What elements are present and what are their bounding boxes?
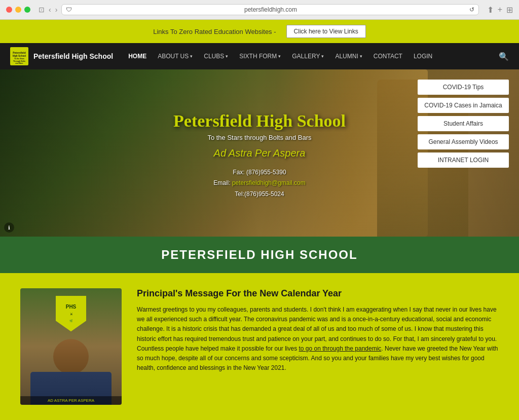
nav-sixth-form[interactable]: SIXTH FORM ▾ [234, 50, 286, 63]
hero-section: Petersfield High School To the Stars thr… [0, 69, 519, 237]
traffic-lights [6, 7, 30, 13]
clubs-chevron-icon: ▾ [226, 54, 228, 59]
school-shield: PHS ⚔ 🌿 [56, 296, 86, 331]
view-links-button[interactable]: Click here to View Links [286, 25, 366, 38]
hero-contact-info: Fax: (876)955-5390 Email: petersfieldhig… [10, 167, 509, 200]
school-name-nav: Petersfield High School [33, 52, 113, 60]
principal-content: Principal's Message For the New Calendar… [137, 288, 499, 373]
new-tab-button[interactable]: + [498, 5, 502, 15]
svg-text:PHS: PHS [66, 304, 77, 310]
navbar: Petersfield High School To the Stars Thr… [0, 43, 519, 69]
hero-fax: Fax: (876)955-5390 [10, 167, 509, 178]
grid-view-button[interactable]: ⊞ [506, 5, 513, 15]
nav-contact[interactable]: CONTACT [368, 50, 407, 63]
forward-button[interactable]: › [55, 6, 58, 14]
nav-login[interactable]: LOGIN [409, 50, 437, 63]
school-logo: Petersfield High School To the Stars Thr… [10, 47, 28, 65]
nav-clubs[interactable]: CLUBS ▾ [199, 50, 233, 63]
svg-text:Petersfield: Petersfield [13, 51, 26, 54]
close-button[interactable] [6, 7, 12, 13]
svg-text:⚔: ⚔ [70, 313, 72, 316]
principal-photo: PHS ⚔ 🌿 AD ASTRA PER ASPERA [20, 288, 122, 405]
alumni-chevron-icon: ▾ [360, 54, 362, 59]
share-button[interactable]: ⬆ [487, 5, 494, 15]
nav-alumni[interactable]: ALUMNI ▾ [330, 50, 367, 63]
sixth-form-chevron-icon: ▾ [278, 54, 281, 59]
nav-about[interactable]: ABOUT US ▾ [153, 50, 198, 63]
svg-text:Petersfield High School: Petersfield High School [173, 111, 346, 130]
svg-text:To the Stars: To the Stars [14, 58, 24, 60]
intranet-login-button[interactable]: INTRANET LOGIN [418, 152, 509, 168]
url-text: petersfieldhigh.com [74, 6, 467, 13]
nav-links: HOME ABOUT US ▾ CLUBS ▾ SIXTH FORM ▾ GAL… [123, 50, 495, 63]
search-icon[interactable]: 🔍 [499, 52, 509, 61]
logo-area: Petersfield High School To the Stars Thr… [10, 47, 113, 65]
principal-title: Principal's Message For the New Calendar… [137, 288, 499, 299]
hero-tel: Tel:(876)955-5024 [10, 189, 509, 200]
svg-text:🌿: 🌿 [69, 319, 73, 323]
page-content: Links To Zero Rated Education Websites -… [0, 20, 519, 420]
student-affairs-button[interactable]: Student Affairs [418, 116, 509, 131]
window-toggle-button[interactable]: ⊡ [39, 6, 45, 14]
announcement-text: Links To Zero Rated Education Websites - [153, 28, 276, 35]
address-bar[interactable]: 🛡 petersfieldhigh.com ↺ [61, 4, 478, 15]
svg-text:High School: High School [13, 55, 26, 57]
browser-actions: ⬆ + ⊞ [487, 5, 513, 15]
covid-cases-button[interactable]: COVID-19 Cases in Jamaica [418, 98, 509, 113]
gallery-chevron-icon: ▾ [321, 54, 324, 59]
browser-controls: ⊡ ‹ › [39, 6, 57, 14]
sidebar-buttons: COVID-19 Tips COVID-19 Cases in Jamaica … [418, 80, 509, 168]
green-banner: PETERSFIELD HIGH SCHOOL [0, 237, 519, 273]
pandemic-link[interactable]: to go on through the pandemic [299, 345, 382, 352]
nav-gallery[interactable]: GALLERY ▾ [287, 50, 329, 63]
fullscreen-button[interactable] [24, 7, 30, 13]
about-chevron-icon: ▾ [190, 54, 193, 59]
nav-home[interactable]: HOME [123, 50, 152, 63]
shield-icon: 🛡 [66, 6, 72, 13]
principal-message: Warmest greetings to you my colleagues, … [137, 305, 499, 373]
announcement-bar: Links To Zero Rated Education Websites -… [0, 20, 519, 43]
hero-email: Email: petersfieldhigh@gmail.com [10, 178, 509, 189]
banner-text: PETERSFIELD HIGH SCHOOL [161, 248, 357, 261]
browser-chrome: ⊡ ‹ › 🛡 petersfieldhigh.com ↺ ⬆ + ⊞ [0, 0, 519, 20]
hero-email-link[interactable]: petersfieldhigh@gmail.com [232, 179, 306, 186]
principal-section: PHS ⚔ 🌿 AD ASTRA PER ASPERA Principal's … [0, 273, 519, 420]
svg-text:and Bars: and Bars [16, 62, 23, 64]
covid-tips-button[interactable]: COVID-19 Tips [418, 80, 509, 95]
refresh-icon[interactable]: ↺ [469, 6, 474, 13]
back-button[interactable]: ‹ [49, 6, 51, 14]
motto-bar: AD ASTRA PER ASPERA [20, 396, 122, 405]
minimize-button[interactable] [15, 7, 21, 13]
general-assembly-button[interactable]: General Assembly Videos [418, 134, 509, 149]
